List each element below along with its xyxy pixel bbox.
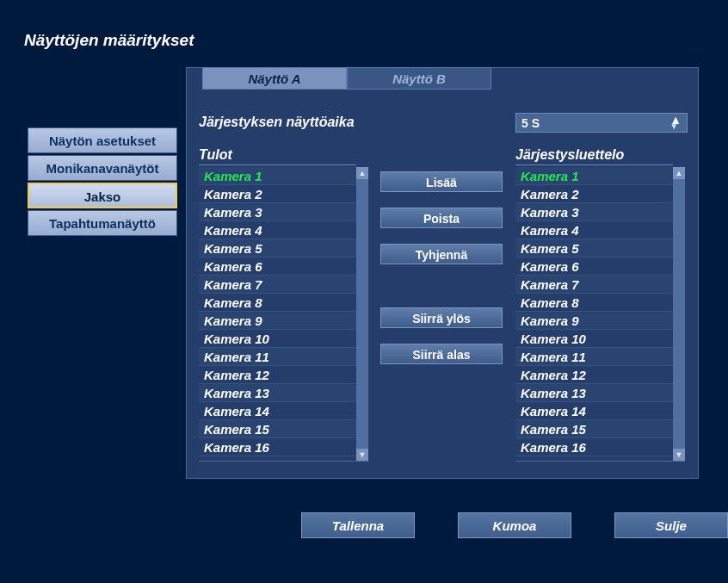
- add-button[interactable]: Lisää: [380, 171, 503, 192]
- list-item[interactable]: Kamera 5: [515, 239, 673, 257]
- footer-buttons: Tallenna Kumoa Sulje: [301, 512, 728, 538]
- list-item[interactable]: Kamera 5: [199, 239, 356, 257]
- sequence-list[interactable]: Kamera 1Kamera 2Kamera 3Kamera 4Kamera 5…: [515, 167, 673, 461]
- sequence-listbox: Kamera 1Kamera 2Kamera 3Kamera 4Kamera 5…: [515, 167, 685, 462]
- move-up-button[interactable]: Siirrä ylös: [380, 307, 503, 328]
- scroll-up-icon[interactable]: ▲: [356, 167, 368, 179]
- sequence-time-label: Järjestyksen näyttöaika: [199, 115, 355, 130]
- close-button[interactable]: Sulje: [614, 512, 728, 538]
- list-item[interactable]: Kamera 11: [199, 348, 356, 366]
- list-item[interactable]: Kamera 12: [199, 366, 356, 384]
- list-item[interactable]: Kamera 15: [199, 420, 356, 438]
- scroll-down-icon[interactable]: ▼: [356, 449, 368, 461]
- list-item[interactable]: Kamera 16: [199, 438, 356, 456]
- clear-button[interactable]: Tyhjennä: [380, 244, 503, 264]
- list-item[interactable]: Kamera 16: [515, 438, 673, 456]
- list-item[interactable]: Kamera 4: [515, 221, 673, 239]
- middle-button-group: Lisää Poista Tyhjennä Siirrä ylös Siirrä…: [380, 171, 503, 380]
- list-item[interactable]: Kamera 2: [199, 185, 356, 203]
- list-item[interactable]: Kamera 15: [515, 420, 673, 438]
- side-item-event-display[interactable]: Tapahtumanäyttö: [28, 210, 177, 236]
- inputs-listbox: Kamera 1Kamera 2Kamera 3Kamera 4Kamera 5…: [199, 167, 368, 462]
- list-item[interactable]: Kamera 11: [515, 348, 673, 366]
- list-item[interactable]: Kamera 8: [199, 294, 356, 312]
- list-item[interactable]: Kamera 3: [199, 203, 356, 221]
- list-item[interactable]: Kamera 2: [515, 185, 673, 203]
- spinner-icon: ▲▼: [669, 117, 682, 129]
- list-item[interactable]: Kamera 9: [515, 312, 673, 330]
- list-item[interactable]: Kamera 4: [199, 221, 356, 239]
- list-item[interactable]: Kamera 7: [515, 276, 673, 294]
- side-nav: Näytön asetukset Monikanavanäytöt Jakso …: [28, 127, 177, 238]
- page-title: Näyttöjen määritykset: [24, 31, 194, 50]
- sequence-time-value: 5 S: [521, 116, 540, 130]
- list-item[interactable]: Kamera 10: [515, 330, 673, 348]
- side-item-sequence[interactable]: Jakso: [28, 183, 177, 208]
- remove-button[interactable]: Poista: [380, 208, 503, 228]
- scrollbar[interactable]: ▲ ▼: [673, 167, 685, 461]
- list-item[interactable]: Kamera 14: [199, 402, 356, 420]
- side-item-display-settings[interactable]: Näytön asetukset: [28, 127, 177, 153]
- scroll-down-icon[interactable]: ▼: [673, 449, 685, 461]
- list-item[interactable]: Kamera 7: [199, 276, 356, 294]
- divider: [515, 164, 673, 165]
- list-item[interactable]: Kamera 10: [199, 330, 356, 348]
- undo-button[interactable]: Kumoa: [458, 512, 571, 538]
- side-item-multichannel[interactable]: Monikanavanäytöt: [28, 155, 177, 181]
- list-item[interactable]: Kamera 8: [515, 294, 673, 312]
- inputs-column-title: Tulot: [199, 147, 232, 163]
- list-item[interactable]: Kamera 14: [515, 402, 673, 420]
- save-button[interactable]: Tallenna: [301, 512, 415, 538]
- sequence-column-title: Järjestysluettelo: [515, 147, 624, 163]
- divider: [199, 164, 356, 165]
- move-down-button[interactable]: Siirrä alas: [380, 344, 503, 364]
- list-item[interactable]: Kamera 1: [515, 167, 673, 185]
- list-item[interactable]: Kamera 3: [515, 203, 673, 221]
- scroll-up-icon[interactable]: ▲: [673, 167, 685, 179]
- scrollbar[interactable]: ▲ ▼: [356, 167, 368, 461]
- list-item[interactable]: Kamera 6: [199, 257, 356, 276]
- list-item[interactable]: Kamera 1: [199, 167, 356, 185]
- list-item[interactable]: Kamera 9: [199, 312, 356, 330]
- tabs: Näyttö A Näyttö B: [202, 67, 491, 90]
- list-item[interactable]: Kamera 13: [515, 384, 673, 402]
- list-item[interactable]: Kamera 13: [199, 384, 356, 402]
- sequence-time-select[interactable]: 5 S ▲▼: [515, 113, 688, 133]
- tab-display-a[interactable]: Näyttö A: [202, 67, 347, 90]
- list-item[interactable]: Kamera 6: [515, 257, 673, 276]
- settings-panel: Näyttö A Näyttö B Järjestyksen näyttöaik…: [186, 67, 699, 479]
- tab-display-b[interactable]: Näyttö B: [347, 67, 491, 90]
- inputs-list[interactable]: Kamera 1Kamera 2Kamera 3Kamera 4Kamera 5…: [199, 167, 356, 461]
- list-item[interactable]: Kamera 12: [515, 366, 673, 384]
